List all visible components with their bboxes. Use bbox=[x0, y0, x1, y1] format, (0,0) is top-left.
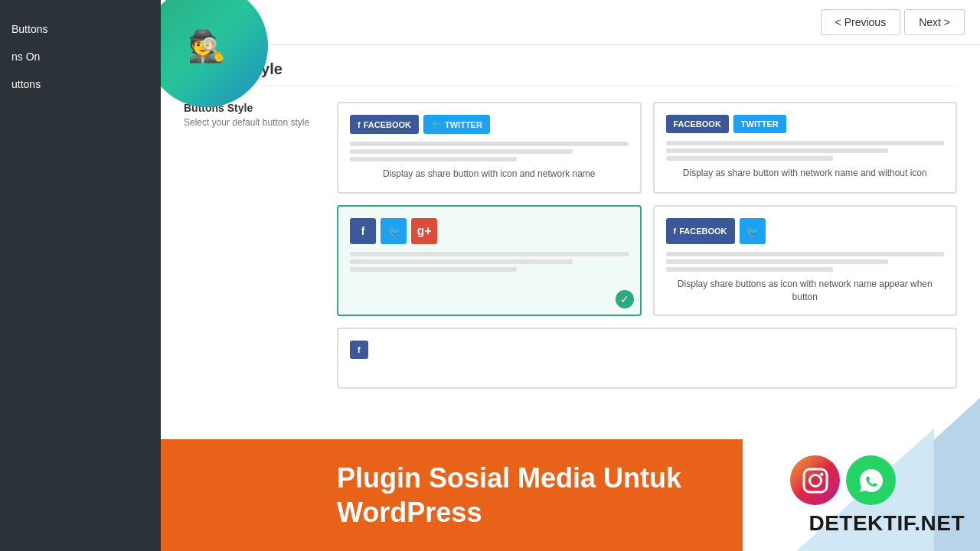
fb-icon-only-btn: f bbox=[350, 218, 376, 244]
option-icon-name[interactable]: f FACEBOOK 🐦 TWITTER bbox=[337, 102, 642, 194]
line1 bbox=[666, 141, 945, 145]
social-icons-deco bbox=[790, 455, 896, 505]
option5-buttons: f bbox=[350, 341, 944, 359]
line2 bbox=[350, 149, 573, 154]
tw-icon-name-btn: 🐦 TWITTER bbox=[423, 115, 490, 134]
fb-label: FACEBOOK bbox=[364, 120, 411, 129]
line2 bbox=[666, 148, 889, 153]
selected-checkmark: ✓ bbox=[616, 290, 634, 308]
fb-hover-btn: f FACEBOOK bbox=[666, 218, 735, 244]
whatsapp-icon bbox=[846, 455, 896, 505]
line1 bbox=[350, 252, 629, 256]
option-partial[interactable]: f bbox=[337, 328, 957, 389]
fb-hover-label: FACEBOOK bbox=[679, 227, 727, 236]
fb-icon-name-btn: f FACEBOOK bbox=[350, 115, 419, 134]
options-grid: f FACEBOOK 🐦 TWITTER bbox=[337, 102, 957, 316]
banner-line2: WordPress bbox=[337, 497, 482, 528]
option3-buttons: f 🐦 g+ bbox=[350, 218, 629, 244]
instagram-icon bbox=[790, 455, 840, 505]
tw-name-label: TWITTER bbox=[741, 119, 779, 129]
option2-buttons: FACEBOOK TWITTER bbox=[666, 115, 945, 133]
fb-icon-hover: f bbox=[674, 227, 677, 236]
tw-name-only-btn: TWITTER bbox=[733, 115, 786, 133]
gp-icon-only-btn: g+ bbox=[411, 218, 437, 244]
option4-buttons: f FACEBOOK 🐦 bbox=[666, 218, 945, 244]
next-button[interactable]: Next > bbox=[904, 9, 965, 35]
option2-caption: Display as share button with network nam… bbox=[666, 167, 945, 180]
hat-icon: 🕵️ bbox=[188, 28, 226, 64]
section-content: . Button Style Buttons Style Select your… bbox=[161, 45, 980, 404]
option3-lines bbox=[350, 252, 629, 272]
previous-button[interactable]: < Previous bbox=[821, 9, 901, 35]
line3 bbox=[666, 267, 833, 272]
option-name-only[interactable]: FACEBOOK TWITTER Display as share button… bbox=[653, 102, 958, 194]
brand-name-text: DETEKTIF.NET bbox=[808, 511, 965, 536]
content-area: utton Style < Previous Next > . Button S… bbox=[161, 0, 980, 551]
option1-lines bbox=[350, 142, 629, 161]
svg-point-2 bbox=[820, 472, 824, 476]
fb-partial-btn: f bbox=[350, 341, 368, 359]
sidebar: Buttons ns On uttons bbox=[0, 0, 161, 551]
banner-line1: Plugin Sosial Media Untuk bbox=[337, 462, 681, 494]
section-heading: . Button Style bbox=[184, 60, 957, 86]
sidebar-item-ns-on[interactable]: ns On bbox=[0, 43, 161, 70]
banner-text: Plugin Sosial Media Untuk WordPress bbox=[337, 461, 720, 530]
line3 bbox=[666, 156, 833, 161]
sidebar-item-buttons[interactable]: Buttons bbox=[0, 15, 161, 43]
line2 bbox=[350, 259, 573, 264]
tw-hover-btn: 🐦 bbox=[740, 218, 766, 244]
svg-point-1 bbox=[809, 474, 821, 486]
settings-row: Buttons Style Select your default button… bbox=[184, 102, 957, 316]
option4-lines bbox=[666, 252, 945, 272]
fb-icon: f bbox=[358, 120, 361, 129]
fb-name-only-btn: FACEBOOK bbox=[666, 115, 729, 133]
tw-icon: 🐦 bbox=[431, 119, 442, 129]
option1-caption: Display as share button with icon and ne… bbox=[350, 168, 629, 181]
option4-caption: Display share buttons as icon with netwo… bbox=[666, 278, 945, 304]
line1 bbox=[350, 142, 629, 146]
fb-name-label: FACEBOOK bbox=[674, 119, 721, 129]
nav-buttons: < Previous Next > bbox=[821, 9, 965, 35]
settings-sublabel: Select your default button style bbox=[184, 117, 322, 128]
sidebar-item-uttons[interactable]: uttons bbox=[0, 70, 161, 98]
option2-lines bbox=[666, 141, 945, 161]
line2 bbox=[666, 259, 889, 264]
option-icon-only[interactable]: f 🐦 g+ ✓ bbox=[337, 205, 642, 317]
tw-label: TWITTER bbox=[445, 120, 482, 129]
main-wrapper: Buttons ns On uttons utton Style < Previ… bbox=[0, 0, 980, 551]
line1 bbox=[666, 252, 945, 256]
option-hover-name[interactable]: f FACEBOOK 🐦 Display share buttons as ic… bbox=[653, 205, 958, 317]
fb-partial-icon: f bbox=[358, 345, 361, 354]
tw-icon-only-btn: 🐦 bbox=[381, 218, 407, 244]
top-header: utton Style < Previous Next > bbox=[161, 0, 980, 45]
svg-rect-0 bbox=[804, 469, 827, 492]
orange-banner: Plugin Sosial Media Untuk WordPress bbox=[161, 439, 743, 551]
line3 bbox=[350, 267, 517, 272]
brand-area: DETEKTIF.NET bbox=[674, 398, 980, 551]
option1-buttons: f FACEBOOK 🐦 TWITTER bbox=[350, 115, 629, 134]
line3 bbox=[350, 157, 517, 161]
